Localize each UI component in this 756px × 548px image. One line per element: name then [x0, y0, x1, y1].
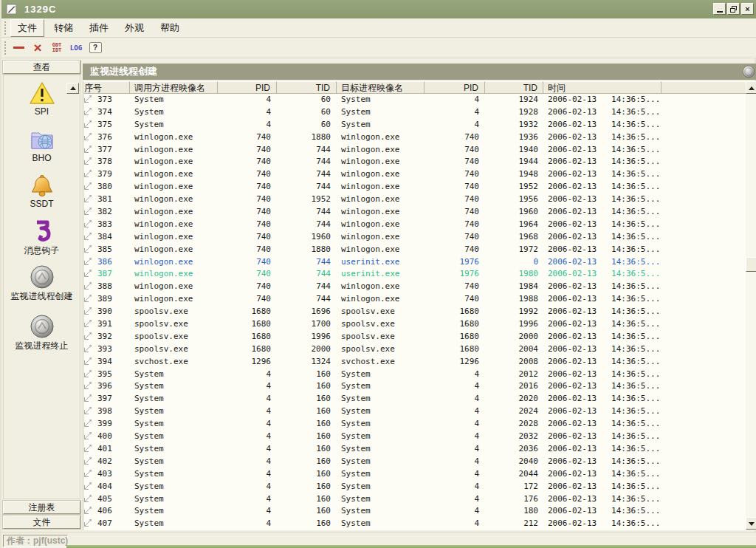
table-row[interactable]: 384winlogon.exe7401960winlogon.exe740196… [83, 231, 746, 244]
caller-tid-cell: 744 [277, 219, 337, 231]
caller-image-cell: winlogon.exe [130, 231, 218, 244]
panel-header: 监视进线程创建 [83, 64, 756, 80]
row-item-icon [83, 156, 93, 165]
table-row[interactable]: 398System4160System420242006-02-13 14:36… [83, 405, 746, 418]
col-header-no[interactable]: 序号 [83, 81, 130, 94]
table-row[interactable]: 374System460System419282006-02-13 14:36:… [83, 106, 746, 119]
table-row[interactable]: 401System4160System420362006-02-13 14:36… [83, 443, 746, 456]
col-header-empty[interactable] [662, 81, 746, 94]
table-row[interactable]: 392spoolsv.exe16801996spoolsv.exe1680200… [83, 331, 746, 343]
log-button[interactable]: LOG [68, 40, 84, 56]
target-image-cell: winlogon.exe [337, 156, 425, 168]
table-row[interactable]: 402System4160System420402006-02-13 14:36… [83, 456, 746, 468]
target-tid-cell: 2036 [485, 443, 543, 456]
sidebar-file-button[interactable]: 文件 [3, 516, 80, 529]
time-cell: 2006-02-13 14:36:5... [543, 418, 662, 431]
terminate-button[interactable]: × [30, 40, 46, 56]
table-row[interactable]: 395System4160System420122006-02-13 14:36… [83, 369, 746, 381]
menu-item-plugins[interactable]: 插件 [83, 20, 115, 36]
table-row[interactable]: 375System460System419322006-02-13 14:36:… [83, 119, 746, 131]
col-header-target-pid[interactable]: PID [425, 81, 485, 94]
help-button[interactable]: ? [87, 40, 103, 56]
scroll-up-button[interactable] [746, 81, 756, 94]
close-button[interactable]: × [741, 3, 754, 15]
table-row[interactable]: 379winlogon.exe740744winlogon.exe7401948… [83, 168, 746, 181]
table-row[interactable]: 389winlogon.exe740744winlogon.exe7401988… [83, 293, 746, 306]
table-row[interactable]: 397System4160System420202006-02-13 14:36… [83, 393, 746, 405]
sidebar-item-monitor-process-thread-creation[interactable]: 监视进线程创建 [4, 264, 80, 303]
sidebar-registry-button[interactable]: 注册表 [3, 501, 80, 514]
table-row[interactable]: 377winlogon.exe740744winlogon.exe7401940… [83, 144, 746, 157]
remove-button[interactable] [10, 40, 27, 56]
table-row[interactable]: 405System4160System41762006-02-13 14:36:… [83, 493, 746, 506]
caller-tid-cell: 744 [277, 168, 337, 181]
table-row[interactable]: 394svchost.exe12961324svchost.exe1296200… [83, 356, 746, 369]
menu-gripper[interactable] [4, 21, 7, 35]
table-row[interactable]: 406System4160System41802006-02-13 14:36:… [83, 505, 746, 518]
caller-tid-cell: 744 [277, 268, 337, 281]
table-row[interactable]: 404System4160System41722006-02-13 14:36:… [83, 481, 746, 493]
table-row[interactable]: 373System460System419242006-02-13 14:36:… [83, 94, 746, 106]
table-row[interactable]: 387winlogon.exe740744userinit.exe1976198… [83, 268, 746, 281]
time-cell: 2006-02-13 14:36:5... [543, 281, 662, 293]
caller-pid-cell: 4 [218, 106, 277, 119]
table-row[interactable]: 396System4160System420162006-02-13 14:36… [83, 380, 746, 393]
target-image-cell: System [337, 119, 425, 131]
caller-tid-cell: 160 [277, 456, 337, 468]
menu-item-file[interactable]: 文件 [10, 19, 44, 37]
table-row[interactable]: 403System4160System420442006-02-13 14:36… [83, 468, 746, 481]
toolbar-gripper[interactable] [4, 41, 7, 55]
caller-image-cell: System [130, 443, 218, 456]
table-row[interactable]: 383winlogon.exe740744winlogon.exe7401964… [83, 219, 746, 231]
caller-pid-cell: 740 [218, 144, 277, 157]
col-header-tid[interactable]: TID [277, 81, 337, 94]
table-row[interactable]: 400System4160System420322006-02-13 14:36… [83, 431, 746, 443]
gdt-idt-button[interactable]: GDTIDT [49, 40, 65, 56]
table-row[interactable]: 393spoolsv.exe16802000spoolsv.exe1680200… [83, 343, 746, 356]
sidebar-item-message-hook[interactable]: 消息钩子 [4, 219, 80, 257]
sidebar-item-ssdt[interactable]: SSDT [4, 174, 80, 209]
restore-button[interactable] [727, 3, 740, 15]
menu-item-help[interactable]: 帮助 [154, 20, 186, 36]
table-row[interactable]: 378winlogon.exe740744winlogon.exe7401944… [83, 156, 746, 168]
menu-item-appearance[interactable]: 外观 [118, 20, 151, 36]
table-row[interactable]: 382winlogon.exe740744winlogon.exe7401960… [83, 206, 746, 219]
table-row[interactable]: 390spoolsv.exe16801696spoolsv.exe1680199… [83, 306, 746, 318]
caller-tid-cell: 1960 [277, 231, 337, 244]
sidebar-item-spi[interactable]: SPI [4, 81, 80, 117]
target-pid-cell: 1680 [425, 343, 485, 356]
target-tid-cell: 172 [485, 481, 543, 493]
menu-item-dump[interactable]: 转储 [47, 20, 80, 36]
time-cell: 2006-02-13 14:36:5... [543, 456, 662, 468]
table-row[interactable]: 376winlogon.exe7401880winlogon.exe740193… [83, 131, 746, 144]
col-header-caller-image[interactable]: 调用方进程映像名 [130, 81, 218, 94]
table-row[interactable]: 388winlogon.exe740744winlogon.exe7401984… [83, 281, 746, 293]
scroll-down-button[interactable] [746, 517, 756, 530]
target-pid-cell: 4 [425, 505, 485, 518]
table-row[interactable]: 407System4160System42122006-02-13 14:36:… [83, 518, 746, 530]
table-row[interactable]: 386winlogon.exe740744userinit.exe1976020… [83, 256, 746, 269]
scrollbar-thumb[interactable] [746, 257, 756, 272]
sidebar-item-monitor-process-termination[interactable]: 监视进程终止 [4, 314, 80, 352]
time-cell: 2006-02-13 14:36:5... [543, 231, 662, 244]
sidebar-header-view-button[interactable]: 查看 [3, 61, 80, 74]
table-row[interactable]: 391spoolsv.exe16801700spoolsv.exe1680199… [83, 318, 746, 331]
table-row[interactable]: 380winlogon.exe740744winlogon.exe7401952… [83, 181, 746, 193]
table-row[interactable]: 381winlogon.exe7401952winlogon.exe740195… [83, 193, 746, 206]
vertical-scrollbar[interactable] [746, 81, 756, 530]
caller-tid-cell: 60 [277, 94, 337, 106]
target-image-cell: System [337, 431, 425, 443]
col-header-pid[interactable]: PID [218, 81, 277, 94]
table-row[interactable]: 399System4160System420282006-02-13 14:36… [83, 418, 746, 431]
row-no: 405 [97, 493, 112, 506]
col-header-time[interactable]: 时间 [543, 81, 662, 94]
col-header-target-image[interactable]: 目标进程映像名 [337, 81, 425, 94]
row-no-cell: 378 [83, 156, 130, 168]
sidebar-item-bho[interactable]: BHO [4, 128, 80, 163]
target-image-cell: winlogon.exe [337, 219, 425, 231]
target-image-cell: userinit.exe [337, 256, 425, 269]
time-cell: 2006-02-13 14:36:5... [543, 306, 662, 318]
table-row[interactable]: 385winlogon.exe7401880winlogon.exe740197… [83, 244, 746, 256]
col-header-target-tid[interactable]: TID [485, 81, 543, 94]
minimize-button[interactable] [713, 3, 726, 15]
